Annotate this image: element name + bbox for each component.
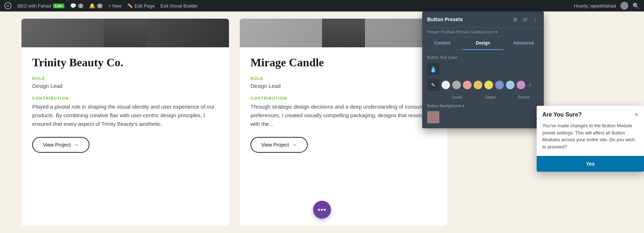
- mirage-card-body: Mirage Candle ROLE Design Lead CONTRIBUT…: [240, 47, 447, 161]
- button-presets-panel: Button Presets ⊞ ⊟ ⋮ Preset: Portfolio P…: [422, 11, 544, 128]
- notifications-count: 0: [97, 4, 103, 8]
- confirm-close-button[interactable]: ×: [634, 111, 638, 118]
- live-badge: Live: [53, 4, 64, 8]
- comment-icon: 💬: [70, 3, 76, 9]
- saved-label: Saved: [441, 95, 472, 99]
- swatch-gray[interactable]: [452, 81, 461, 89]
- presets-panel-header: Button Presets ⊞ ⊟ ⋮: [422, 11, 544, 28]
- global-label: Global: [475, 95, 505, 99]
- swatch-orange[interactable]: [474, 81, 482, 89]
- swatch-pink[interactable]: [463, 81, 472, 89]
- mirage-description: Through strategic design decisions and a…: [250, 103, 436, 128]
- color-dropper-container: 💧: [427, 63, 439, 75]
- mirage-role-label: ROLE: [250, 76, 436, 81]
- admin-bar: W SEO with Fahad Live 💬 2 🔔 0 + New ✏️ E…: [0, 0, 644, 11]
- exit-builder-link[interactable]: Exit Visual Builder: [160, 3, 198, 9]
- swatch-yellow[interactable]: [484, 81, 493, 89]
- mirage-card: Mirage Candle ROLE Design Lead CONTRIBUT…: [240, 19, 447, 226]
- button-text-color-label: Button Text Color: [427, 55, 539, 60]
- presets-panel-title: Button Presets: [427, 16, 512, 22]
- mirage-contribution-label: CONTRIBUTION: [250, 96, 436, 100]
- pen-swatch[interactable]: ✎: [427, 79, 439, 91]
- trinity-card: Trinity Beauty Co. ROLE Design Lead CONT…: [21, 19, 229, 226]
- trinity-card-body: Trinity Beauty Co. ROLE Design Lead CONT…: [21, 47, 229, 161]
- trinity-role-label: ROLE: [32, 76, 218, 81]
- bg-color-row: [427, 111, 539, 123]
- edit-page-link[interactable]: ✏️ Edit Page: [127, 3, 155, 9]
- more-options-icon[interactable]: ⋮: [532, 16, 539, 23]
- tab-content[interactable]: Content: [422, 37, 463, 50]
- confirm-yes-button[interactable]: Yes: [537, 156, 644, 172]
- arrow-icon: →: [74, 142, 79, 148]
- presets-subtitle[interactable]: Preset: Portfolio Primary Outlined Icon …: [422, 28, 544, 37]
- trinity-description: Played a pivotal role in shaping the vis…: [32, 103, 218, 128]
- admin-bar-right: Howdy, wpwithfahad 🔍: [574, 2, 640, 10]
- wp-logo-link[interactable]: W: [4, 2, 11, 9]
- mirage-role-value: Design Lead: [250, 83, 436, 89]
- dropper-icon: 💧: [430, 66, 437, 73]
- trinity-view-project-button[interactable]: View Project →: [32, 137, 89, 153]
- mirage-view-project-button[interactable]: View Project →: [250, 137, 308, 153]
- button-bg-label[interactable]: Button Background ▾: [427, 104, 539, 108]
- swatch-purple[interactable]: [517, 81, 525, 89]
- howdy-text: Howdy, wpwithfahad: [574, 3, 616, 9]
- site-name[interactable]: SEO with Fahad Live: [17, 3, 64, 9]
- presets-header-icons: ⊞ ⊟ ⋮: [512, 16, 539, 23]
- tab-advanced[interactable]: Advanced: [503, 37, 544, 50]
- notifications-link[interactable]: 🔔 0: [89, 3, 103, 9]
- presets-panel-body: Button Text Color 💧 ✎ ✓ Saved Global: [422, 50, 544, 128]
- color-swatches: ✎ ✓: [427, 79, 539, 91]
- trinity-role-value: Design Lead: [32, 83, 218, 89]
- check-icon: ✓: [528, 82, 532, 88]
- comments-count: 2: [78, 4, 84, 8]
- recent-label: Recent: [508, 95, 539, 99]
- user-avatar: [620, 2, 628, 10]
- svg-text:W: W: [6, 4, 10, 8]
- confirm-title: Are You Sure?: [542, 111, 582, 118]
- maximize-icon[interactable]: ⊞: [512, 16, 519, 23]
- fab-button[interactable]: •••: [313, 201, 331, 219]
- trinity-card-title: Trinity Beauty Co.: [32, 56, 218, 69]
- comments-link[interactable]: 💬 2: [70, 3, 84, 9]
- tab-design[interactable]: Design: [463, 37, 503, 50]
- swatch-lightblue[interactable]: [506, 81, 514, 89]
- fab-dots-icon: •••: [318, 206, 326, 214]
- swatch-white[interactable]: [441, 81, 450, 89]
- mirage-card-title: Mirage Candle: [250, 56, 436, 69]
- confirm-dialog-header: Are You Sure? ×: [537, 106, 644, 122]
- mirage-card-image: [240, 19, 447, 47]
- swatch-blue[interactable]: [495, 81, 504, 89]
- confirm-dialog: Are You Sure? × You've made changes to t…: [537, 106, 644, 172]
- pen-icon: ✎: [431, 82, 435, 88]
- trinity-contribution-label: CONTRIBUTION: [32, 96, 218, 100]
- notification-icon: 🔔: [89, 3, 95, 9]
- columns-icon[interactable]: ⊟: [522, 16, 529, 23]
- confirm-body: You've made changes to the Button Module…: [537, 122, 644, 156]
- search-icon[interactable]: 🔍: [633, 3, 640, 9]
- edit-icon: ✏️: [127, 3, 133, 8]
- presets-tabs: Content Design Advanced: [422, 37, 544, 50]
- mirage-arrow-icon: →: [292, 142, 297, 148]
- trinity-card-image: [21, 19, 229, 47]
- new-link[interactable]: + New: [108, 3, 122, 9]
- preset-labels-row: Saved Global Recent: [427, 95, 539, 99]
